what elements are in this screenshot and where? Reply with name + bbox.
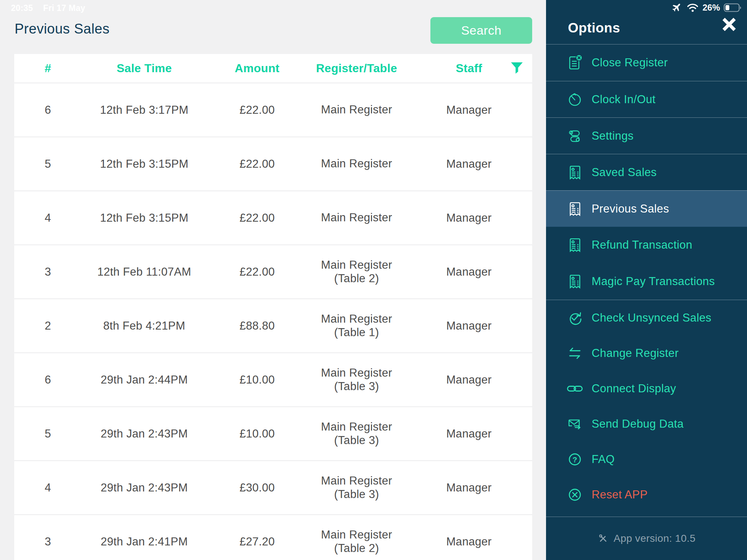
sidebar-item-reset-app[interactable]: Reset APP [546, 477, 747, 512]
sidebar-item-previous-sales[interactable]: Previous Sales [546, 190, 747, 227]
sidebar-item-faq[interactable]: ?FAQ [546, 442, 747, 477]
options-sidebar: 26% Options Close Register Clock In/O [546, 0, 747, 560]
sidebar-item-label: Close Register [592, 56, 668, 69]
staff-cell: Manager [406, 265, 532, 279]
receipt-icon [566, 164, 584, 180]
sale-time-cell: 12th Feb 11:07AM [82, 265, 207, 279]
table-row[interactable]: 329th Jan 2:41PM£27.20Main Register(Tabl… [14, 515, 532, 560]
search-button[interactable]: Search [430, 17, 532, 44]
staff-cell: Manager [406, 104, 532, 117]
amount-cell: £22.00 [207, 158, 307, 171]
amount-cell: £22.00 [207, 104, 307, 117]
question-circle-icon: ? [566, 451, 584, 467]
sale-number-cell: 6 [14, 373, 82, 386]
sidebar-item-settings[interactable]: Settings [546, 117, 747, 154]
sale-time-cell: 12th Feb 3:17PM [82, 104, 207, 117]
register-cell: Main Register(Table 3) [307, 474, 406, 501]
sale-number-cell: 5 [14, 427, 82, 440]
sidebar-item-label: Change Register [592, 347, 679, 360]
sale-number-cell: 4 [14, 481, 82, 494]
sidebar-item-label: Settings [592, 129, 634, 143]
sale-time-cell: 29th Jan 2:44PM [82, 373, 207, 386]
sidebar-menu: Close Register Clock In/Out Settings Sav… [546, 44, 747, 512]
sale-time-cell: 8th Feb 4:21PM [82, 319, 207, 332]
receipt-icon [566, 237, 584, 253]
register-cell: Main Register(Table 3) [307, 420, 406, 447]
amount-cell: £10.00 [207, 427, 307, 440]
close-icon[interactable] [721, 16, 738, 33]
sidebar-item-magic-pay-transactions[interactable]: Magic Pay Transactions [546, 263, 747, 300]
close-register-icon [566, 54, 584, 71]
settings-icon [566, 128, 584, 144]
staff-cell: Manager [406, 535, 532, 548]
filter-icon[interactable] [510, 62, 523, 74]
sidebar-item-connect-display[interactable]: Connect Display [546, 371, 747, 406]
register-cell: Main Register [307, 103, 406, 117]
clock-icon [566, 92, 584, 108]
staff-cell: Manager [406, 211, 532, 225]
table-row[interactable]: 429th Jan 2:43PM£30.00Main Register(Tabl… [14, 461, 532, 514]
status-time: 20:35 [11, 3, 33, 13]
sidebar-item-label: Saved Sales [592, 166, 657, 179]
sidebar-item-label: Send Debug Data [592, 417, 684, 431]
table-row[interactable]: 529th Jan 2:43PM£10.00Main Register(Tabl… [14, 407, 532, 460]
register-cell: Main Register [307, 211, 406, 225]
table-row[interactable]: 629th Jan 2:44PM£10.00Main Register(Tabl… [14, 353, 532, 406]
sale-number-cell: 3 [14, 265, 82, 279]
receipt-icon [566, 201, 584, 217]
sidebar-item-label: Previous Sales [592, 202, 669, 215]
link-icon [566, 381, 584, 397]
col-sale-number: # [14, 62, 82, 75]
sidebar-title: Options [568, 20, 620, 36]
sale-number-cell: 6 [14, 104, 82, 117]
col-register-table: Register/Table [307, 62, 406, 75]
sidebar-item-check-unsynced-sales[interactable]: Check Unsynced Sales [546, 300, 747, 335]
sale-time-cell: 12th Feb 3:15PM [82, 211, 207, 225]
table-row[interactable]: 512th Feb 3:15PM£22.00Main RegisterManag… [14, 137, 532, 190]
table-row[interactable]: 612th Feb 3:17PM£22.00Main RegisterManag… [14, 83, 532, 136]
staff-cell: Manager [406, 427, 532, 440]
sidebar-item-change-register[interactable]: Change Register [546, 335, 747, 371]
staff-cell: Manager [406, 319, 532, 332]
sidebar-item-label: Refund Transaction [592, 238, 692, 252]
amount-cell: £88.80 [207, 319, 307, 332]
table-row[interactable]: 28th Feb 4:21PM£88.80Main Register(Table… [14, 299, 532, 352]
app-version: App version: 10.5 [546, 517, 747, 560]
status-bar-left: 20:35 Fri 17 May [11, 3, 85, 13]
sidebar-item-label: Reset APP [592, 488, 648, 501]
sidebar-item-clock-in-out[interactable]: Clock In/Out [546, 81, 747, 117]
sidebar-item-saved-sales[interactable]: Saved Sales [546, 154, 747, 190]
sale-number-cell: 4 [14, 211, 82, 225]
sale-time-cell: 12th Feb 3:15PM [82, 158, 207, 171]
sale-time-cell: 29th Jan 2:41PM [82, 535, 207, 548]
sidebar-header: Options [546, 0, 747, 44]
table-header: # Sale Time Amount Register/Table Staff [14, 54, 532, 82]
sidebar-item-send-debug-data[interactable]: Send Debug Data [546, 406, 747, 442]
sale-number-cell: 2 [14, 319, 82, 332]
staff-cell: Manager [406, 158, 532, 171]
sidebar-item-label: FAQ [592, 453, 615, 466]
sidebar-item-refund-transaction[interactable]: Refund Transaction [546, 227, 747, 263]
receipt-icon [566, 273, 584, 289]
register-cell: Main Register [307, 157, 406, 171]
sidebar-item-close-register[interactable]: Close Register [546, 44, 747, 81]
sidebar-item-label: Clock In/Out [592, 93, 655, 106]
status-date: Fri 17 May [43, 3, 85, 13]
register-cell: Main Register(Table 3) [307, 366, 406, 393]
x-circle-icon [566, 487, 584, 503]
sale-time-cell: 29th Jan 2:43PM [82, 427, 207, 440]
sale-number-cell: 3 [14, 535, 82, 548]
register-cell: Main Register(Table 1) [307, 312, 406, 339]
sale-number-cell: 5 [14, 158, 82, 171]
amount-cell: £10.00 [207, 373, 307, 386]
col-amount: Amount [207, 62, 307, 75]
sidebar-item-label: Magic Pay Transactions [592, 275, 715, 288]
sidebar-item-label: Connect Display [592, 382, 676, 395]
envelope-arrow-icon [566, 416, 584, 432]
table-row[interactable]: 312th Feb 11:07AM£22.00Main Register(Tab… [14, 245, 532, 298]
page-title: Previous Sales [15, 21, 109, 37]
register-cell: Main Register(Table 2) [307, 258, 406, 285]
table-row[interactable]: 412th Feb 3:15PM£22.00Main RegisterManag… [14, 191, 532, 244]
amount-cell: £22.00 [207, 211, 307, 225]
col-sale-time: Sale Time [82, 62, 207, 75]
